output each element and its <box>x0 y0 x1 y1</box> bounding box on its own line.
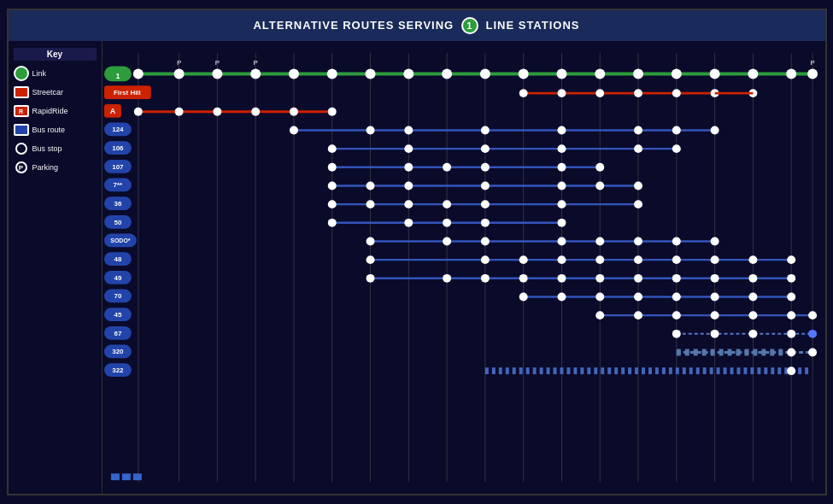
svg-point-178 <box>710 311 719 319</box>
legend-link: Link <box>14 66 97 81</box>
svg-text:A: A <box>109 107 115 115</box>
svg-point-99 <box>366 182 374 190</box>
svg-point-74 <box>634 126 642 135</box>
svg-rect-238 <box>675 367 678 374</box>
svg-text:36: 36 <box>114 200 121 208</box>
svg-point-50 <box>557 89 566 97</box>
svg-rect-195 <box>676 349 680 356</box>
svg-point-81 <box>404 144 413 153</box>
svg-point-30 <box>326 69 337 79</box>
svg-point-32 <box>403 69 414 79</box>
svg-point-24 <box>173 69 184 79</box>
svg-point-187 <box>748 330 757 338</box>
rapidride-icon-wrap: R <box>14 103 29 119</box>
svg-point-29 <box>288 69 298 79</box>
svg-rect-223 <box>573 367 577 374</box>
bus-stop-icon-wrap <box>14 141 29 156</box>
svg-point-82 <box>480 144 489 153</box>
svg-point-113 <box>557 200 566 208</box>
svg-rect-216 <box>525 367 529 374</box>
svg-point-130 <box>595 237 604 246</box>
svg-point-186 <box>710 330 719 338</box>
route-chart: .col-line { stroke: #334; stroke-width: … <box>103 44 825 490</box>
svg-rect-220 <box>553 367 556 374</box>
svg-point-142 <box>634 255 642 264</box>
svg-rect-202 <box>736 349 740 356</box>
svg-point-151 <box>443 274 451 283</box>
svg-rect-231 <box>628 367 631 374</box>
svg-point-65 <box>327 108 336 116</box>
svg-rect-227 <box>601 367 604 374</box>
svg-rect-226 <box>594 367 597 374</box>
svg-text:107: 107 <box>112 163 124 171</box>
svg-point-70 <box>366 126 374 135</box>
svg-point-179 <box>748 311 757 319</box>
svg-point-36 <box>556 69 566 79</box>
svg-point-133 <box>710 237 719 246</box>
svg-point-153 <box>519 274 527 283</box>
svg-point-111 <box>443 200 451 208</box>
svg-point-38 <box>633 69 643 79</box>
svg-text:124: 124 <box>112 126 124 133</box>
bus-icon <box>14 124 29 136</box>
svg-rect-210 <box>484 367 488 374</box>
legend-stop: Bus stop <box>14 141 97 156</box>
svg-text:First Hill: First Hill <box>113 89 140 97</box>
svg-point-64 <box>289 108 297 116</box>
svg-rect-228 <box>607 367 611 374</box>
legend-bus-label: Bus route <box>32 126 66 134</box>
svg-text:50: 50 <box>114 219 121 226</box>
svg-text:320: 320 <box>112 348 124 355</box>
legend-rapidride: R RapidRide <box>14 103 97 119</box>
svg-point-154 <box>557 274 566 283</box>
svg-point-49 <box>519 89 527 97</box>
svg-point-94 <box>595 163 604 172</box>
svg-point-90 <box>404 163 413 172</box>
svg-rect-252 <box>771 367 774 374</box>
svg-rect-244 <box>716 367 719 374</box>
svg-point-35 <box>518 69 528 79</box>
svg-point-34 <box>479 69 490 79</box>
svg-point-52 <box>634 89 642 97</box>
svg-point-185 <box>672 330 680 338</box>
svg-point-160 <box>787 274 795 283</box>
svg-point-31 <box>365 69 375 79</box>
svg-point-100 <box>404 182 413 190</box>
svg-text:48: 48 <box>114 255 121 263</box>
svg-rect-199 <box>710 349 714 356</box>
svg-point-112 <box>480 200 489 208</box>
svg-point-91 <box>443 163 451 172</box>
svg-point-69 <box>289 126 297 135</box>
svg-rect-230 <box>621 367 625 374</box>
svg-point-43 <box>807 69 818 79</box>
bus-icon-wrap <box>14 122 29 138</box>
svg-point-155 <box>595 274 604 283</box>
rapidride-icon: R <box>14 105 29 117</box>
svg-point-128 <box>480 237 489 246</box>
svg-rect-260 <box>132 473 141 480</box>
svg-point-103 <box>595 182 604 190</box>
svg-point-132 <box>672 237 680 246</box>
svg-point-53 <box>672 89 680 97</box>
svg-point-93 <box>557 163 566 172</box>
content-area: Key Link Streetcar R RapidRi <box>9 41 825 494</box>
svg-rect-198 <box>701 349 706 356</box>
svg-text:49: 49 <box>114 274 121 282</box>
svg-point-23 <box>132 69 143 79</box>
svg-point-140 <box>557 255 566 264</box>
svg-rect-246 <box>730 367 733 374</box>
svg-point-165 <box>557 293 566 302</box>
svg-point-102 <box>557 182 566 190</box>
svg-rect-247 <box>736 367 740 374</box>
svg-point-255 <box>787 366 795 375</box>
svg-point-89 <box>327 163 336 172</box>
svg-point-63 <box>251 108 260 116</box>
svg-rect-233 <box>642 367 645 374</box>
svg-point-83 <box>557 144 566 153</box>
svg-point-72 <box>480 126 489 135</box>
svg-text:70: 70 <box>114 292 121 300</box>
legend-title: Key <box>14 48 97 61</box>
svg-text:106: 106 <box>112 144 124 152</box>
svg-point-152 <box>480 274 489 283</box>
svg-text:322: 322 <box>112 366 124 374</box>
